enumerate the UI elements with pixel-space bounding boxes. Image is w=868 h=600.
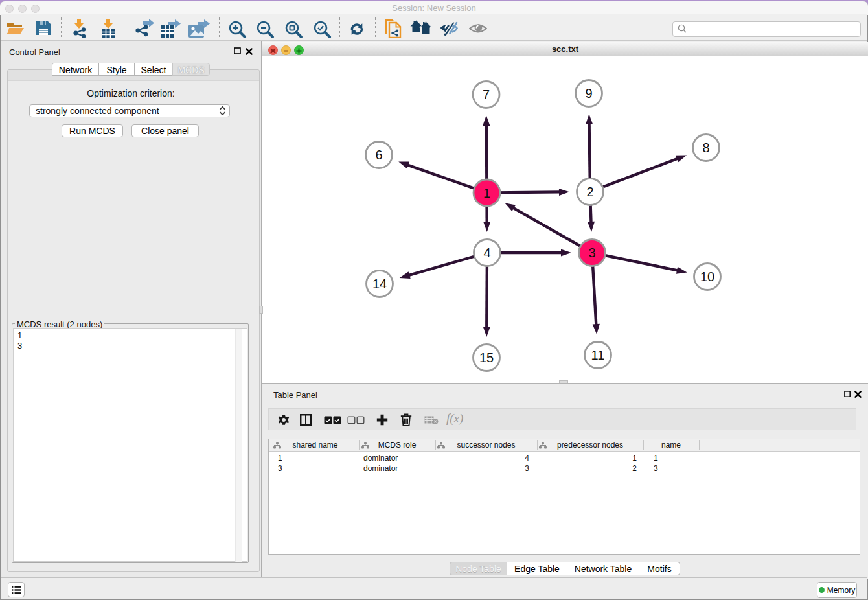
svg-text:9: 9 bbox=[585, 86, 592, 100]
svg-text:4: 4 bbox=[483, 246, 490, 260]
svg-text:1: 1 bbox=[483, 186, 490, 200]
svg-text:6: 6 bbox=[375, 148, 382, 162]
svg-text:11: 11 bbox=[591, 348, 605, 362]
svg-text:10: 10 bbox=[700, 270, 714, 284]
svg-text:7: 7 bbox=[483, 87, 490, 102]
svg-text:2: 2 bbox=[586, 185, 593, 199]
svg-text:3: 3 bbox=[588, 246, 595, 260]
svg-text:15: 15 bbox=[479, 351, 494, 365]
svg-text:8: 8 bbox=[702, 141, 709, 155]
svg-text:14: 14 bbox=[372, 277, 387, 291]
